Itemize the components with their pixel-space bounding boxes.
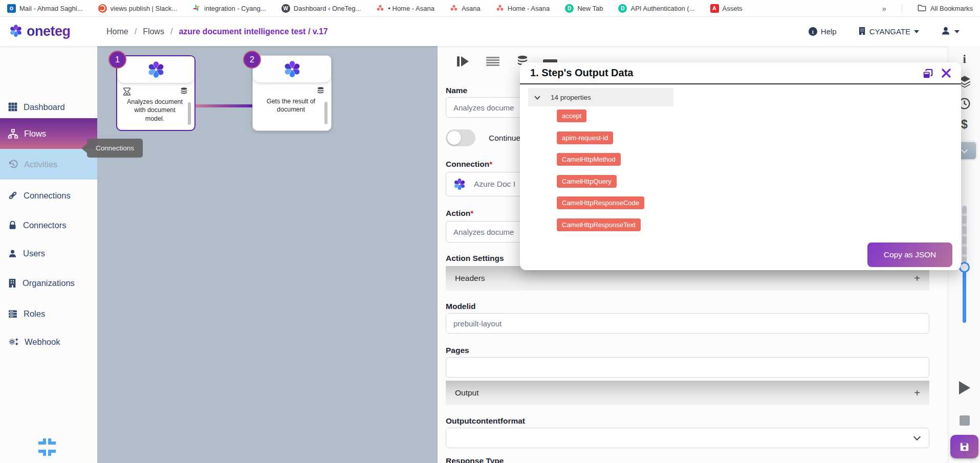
action-label: Action* [446,209,473,218]
output-property-tag[interactable]: CamelHttpQuery [557,175,617,188]
continue-toggle[interactable] [446,129,475,146]
bookmark-new-tab[interactable]: New Tab [565,4,603,13]
all-bookmarks-button[interactable]: All Bookmarks [918,4,973,13]
stop-icon [960,415,970,426]
sidebar-collapse-brand-icon[interactable] [36,437,58,459]
add-header-button[interactable]: + [914,273,920,284]
add-output-button[interactable]: + [914,387,920,399]
folder-icon [918,4,926,13]
grid-icon [8,102,18,112]
menu-lines-icon[interactable] [485,53,501,70]
output-property-tag[interactable]: CamelHttpMethod [557,153,621,166]
organization-label: CYANGATE [869,27,910,36]
sidebar-item-roles[interactable]: Roles [0,304,97,323]
save-icon [959,441,970,452]
oneteg-logo[interactable]: oneteg [0,23,97,40]
output-property-tag[interactable]: CamelHttpResponseCode [557,196,644,209]
breadcrumb-flows[interactable]: Flows [143,27,164,36]
modelid-label: Modelid [446,302,476,311]
name-label: Name [446,86,467,95]
chevron-down-icon [914,30,919,33]
copy-icon[interactable] [922,69,933,82]
stop-flow-button[interactable] [948,415,980,426]
azure-document-intelligence-icon [452,177,467,191]
sidebar-item-dashboard[interactable]: Dashboard [0,97,97,117]
bookmark-asana[interactable]: Asana [450,4,481,13]
connection-label: Connection* [446,160,492,169]
run-flow-button[interactable] [948,381,980,394]
node-description: Analyzes document with document model. [117,97,194,126]
step-forward-icon[interactable] [455,53,471,70]
bookmark-views-publish[interactable]: views publish | Slack... [98,4,178,13]
sidebar-item-activities[interactable]: Activities [0,149,97,180]
flow-node-1[interactable]: Analyzes document with document model. [116,55,195,131]
required-asterisk: * [489,160,492,168]
sidebar-item-organizations[interactable]: Organizations [0,273,97,293]
user-menu[interactable] [941,26,960,37]
breadcrumb-home[interactable]: Home [106,27,128,36]
bookmark-label: Asana [462,5,481,12]
bookmarks-overflow-chevron[interactable]: » [882,4,886,13]
flow-node-2[interactable]: Gets the result of document [252,55,332,131]
sidebar-item-label: Webhook [25,337,60,347]
node-scrollbar[interactable] [188,102,191,125]
output-section-bar[interactable]: Output + [446,381,929,405]
bookmark-home-asana-2[interactable]: Home - Asana [496,4,550,13]
output-property-tag[interactable]: apim-request-id [557,131,613,144]
pages-input[interactable] [446,357,929,378]
breadcrumb-current-flow[interactable]: azure document intelligence test / v.17 [179,27,328,36]
modal-title: 1. Step's Output Data [530,67,633,79]
bookmark-label: views publish | Slack... [111,5,178,12]
sitemap-icon [8,128,18,139]
bookmark-integration[interactable]: integration - Cyang... [192,4,266,13]
sidebar-item-connections[interactable]: Connections [0,185,97,206]
sidebar-item-connectors[interactable]: Connectors [0,215,97,235]
bookmark-wordpress-dashboard[interactable]: Dashboard ‹ OneTeg... [281,4,361,13]
outputcontentformat-select[interactable] [446,428,929,448]
node-1-badge: 1 [108,51,126,69]
chevron-down-icon [961,147,968,153]
asana-icon [376,4,384,13]
server-stack-icon [8,309,18,319]
bookmark-api-authentication[interactable]: API Authentication (... [618,4,694,13]
flow-connector-edge [195,104,253,107]
properties-expander[interactable]: 14 properties [528,88,673,106]
output-property-tag[interactable]: accept [557,109,586,122]
flow-canvas[interactable]: Analyzes document with document model. 1 [97,46,438,463]
bookmark-label: Dashboard ‹ OneTeg... [294,5,361,12]
info-icon: i [809,27,817,36]
breadcrumb: Home / Flows / azure document intelligen… [106,27,328,36]
slack-workspace-icon [98,4,107,13]
save-button[interactable] [950,435,978,458]
user-icon [941,26,951,37]
modelid-input[interactable] [446,313,929,334]
node-scrollbar[interactable] [324,102,328,124]
copy-as-json-button[interactable]: Copy as JSON [867,242,952,267]
continue-toggle-row: Continue [446,129,520,146]
user-icon [8,249,17,258]
chevron-down-icon [534,94,540,99]
bookmark-label: New Tab [577,5,603,12]
all-bookmarks-label: All Bookmarks [930,5,973,12]
vertical-scroll-filled[interactable] [963,272,966,323]
continue-label: Continue [489,134,520,143]
sidebar-item-users[interactable]: Users [0,244,97,263]
help-button[interactable]: i Help [809,27,837,36]
chevron-down-icon [913,433,921,440]
asana-icon [450,4,458,13]
bookmark-assets[interactable]: Assets [710,4,743,13]
hourglass-icon [123,87,130,96]
chevron-down-icon [954,30,960,33]
organization-menu[interactable]: CYANGATE [858,27,919,37]
vertical-scroll-track[interactable] [962,206,967,263]
sidebar-item-label: Activities [24,160,57,169]
logo-text: oneteg [27,24,71,39]
close-icon[interactable] [942,69,951,80]
sidebar-item-label: Organizations [23,278,75,288]
bookmark-mail[interactable]: Mail - Ahmad Saghi... [7,4,83,13]
output-property-tag[interactable]: CamelHttpResponseText [557,218,641,231]
sidebar-item-webhook[interactable]: Webhook [0,332,97,351]
bookmark-home-asana-1[interactable]: • Home - Asana [376,4,434,13]
node-2-badge: 2 [243,51,261,69]
node-logo-bar [117,56,194,83]
